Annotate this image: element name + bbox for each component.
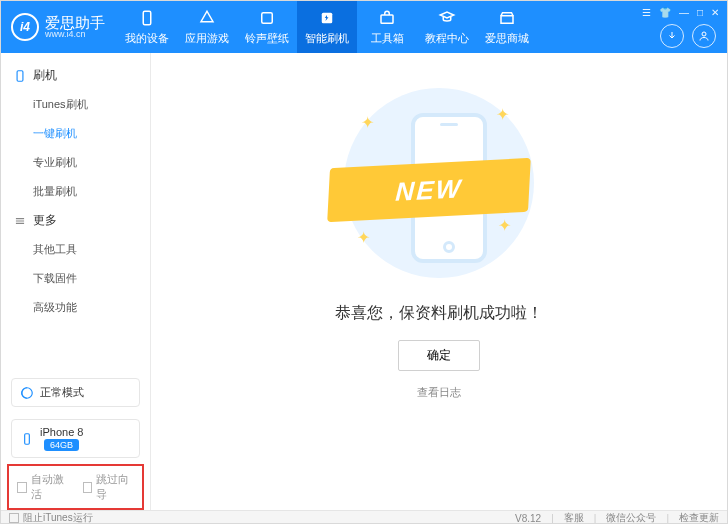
- checkbox-icon: [9, 513, 19, 523]
- checkbox-label: 跳过向导: [96, 472, 134, 502]
- close-icon[interactable]: ✕: [711, 7, 719, 18]
- tab-label: 铃声壁纸: [245, 31, 289, 46]
- checkbox-block-itunes[interactable]: 阻止iTunes运行: [9, 511, 93, 524]
- checkbox-label: 阻止iTunes运行: [23, 511, 93, 524]
- app-name: 爱思助手: [45, 15, 105, 30]
- success-illustration: ✦ ✦ ✦ ✦ NEW: [339, 83, 539, 283]
- checkbox-skip-guide[interactable]: 跳过向导: [83, 472, 135, 502]
- tab-label: 教程中心: [425, 31, 469, 46]
- sparkle-icon: ✦: [498, 216, 511, 235]
- version-label: V8.12: [515, 513, 541, 524]
- tab-label: 爱思商城: [485, 31, 529, 46]
- sidebar-item-download-firmware[interactable]: 下载固件: [33, 264, 150, 293]
- device-name: iPhone 8: [40, 426, 83, 438]
- title-bar: i4 爱思助手 www.i4.cn 我的设备 应用游戏 铃声壁纸 智能刷机 工具…: [1, 1, 727, 53]
- tab-my-device[interactable]: 我的设备: [117, 1, 177, 53]
- device-storage-badge: 64GB: [44, 439, 79, 451]
- sparkle-icon: ✦: [361, 113, 374, 132]
- confirm-button[interactable]: 确定: [398, 340, 480, 371]
- main-content: ✦ ✦ ✦ ✦ NEW 恭喜您，保资料刷机成功啦！ 确定 查看日志: [151, 53, 727, 510]
- tab-ringtones-wallpapers[interactable]: 铃声壁纸: [237, 1, 297, 53]
- tab-label: 智能刷机: [305, 31, 349, 46]
- tab-apps-games[interactable]: 应用游戏: [177, 1, 237, 53]
- checkbox-icon: [17, 482, 27, 493]
- svg-rect-3: [381, 15, 393, 23]
- tab-toolbox[interactable]: 工具箱: [357, 1, 417, 53]
- new-ribbon: NEW: [327, 158, 531, 222]
- skin-icon[interactable]: 👕: [659, 7, 671, 18]
- svg-rect-0: [143, 11, 151, 25]
- svg-rect-5: [17, 70, 23, 81]
- tab-tutorial-center[interactable]: 教程中心: [417, 1, 477, 53]
- check-update-link[interactable]: 检查更新: [679, 511, 719, 524]
- section-title: 刷机: [33, 67, 57, 84]
- sidebar: 刷机 iTunes刷机 一键刷机 专业刷机 批量刷机 更多 其他工具 下载固件 …: [1, 53, 151, 510]
- sidebar-item-other-tools[interactable]: 其他工具: [33, 235, 150, 264]
- tab-store[interactable]: 爱思商城: [477, 1, 537, 53]
- logo-badge: i4: [11, 13, 39, 41]
- tab-smart-flash[interactable]: 智能刷机: [297, 1, 357, 53]
- tab-label: 我的设备: [125, 31, 169, 46]
- svg-rect-1: [262, 12, 273, 23]
- download-button[interactable]: [660, 24, 684, 48]
- success-headline: 恭喜您，保资料刷机成功啦！: [335, 303, 543, 324]
- settings-icon[interactable]: ☰: [642, 7, 651, 18]
- sparkle-icon: ✦: [496, 105, 509, 124]
- sidebar-item-batch-flash[interactable]: 批量刷机: [33, 177, 150, 206]
- tab-label: 工具箱: [371, 31, 404, 46]
- maximize-icon[interactable]: □: [697, 7, 703, 18]
- minimize-icon[interactable]: —: [679, 7, 689, 18]
- sidebar-section-more[interactable]: 更多: [1, 206, 150, 235]
- account-button[interactable]: [692, 24, 716, 48]
- tab-label: 应用游戏: [185, 31, 229, 46]
- device-status[interactable]: iPhone 8 64GB: [11, 419, 140, 458]
- sidebar-item-advanced[interactable]: 高级功能: [33, 293, 150, 322]
- svg-point-4: [702, 32, 706, 36]
- nav-tabs: 我的设备 应用游戏 铃声壁纸 智能刷机 工具箱 教程中心 爱思商城: [117, 1, 642, 53]
- checkbox-label: 自动激活: [31, 472, 69, 502]
- svg-rect-7: [25, 433, 30, 444]
- sidebar-item-itunes-flash[interactable]: iTunes刷机: [33, 90, 150, 119]
- view-log-link[interactable]: 查看日志: [417, 385, 461, 400]
- app-logo: i4 爱思助手 www.i4.cn: [1, 13, 117, 41]
- checkbox-icon: [83, 482, 93, 493]
- sparkle-icon: ✦: [357, 228, 370, 247]
- status-bar: 阻止iTunes运行 V8.12 | 客服 | 微信公众号 | 检查更新: [1, 510, 727, 524]
- checkbox-auto-activate[interactable]: 自动激活: [17, 472, 69, 502]
- sidebar-item-pro-flash[interactable]: 专业刷机: [33, 148, 150, 177]
- sidebar-item-oneclick-flash[interactable]: 一键刷机: [33, 119, 150, 148]
- options-highlight-box: 自动激活 跳过向导: [7, 464, 144, 510]
- app-url: www.i4.cn: [45, 30, 105, 39]
- support-link[interactable]: 客服: [564, 511, 584, 524]
- mode-label: 正常模式: [40, 385, 84, 400]
- section-title: 更多: [33, 212, 57, 229]
- sidebar-section-flash[interactable]: 刷机: [1, 61, 150, 90]
- mode-status[interactable]: 正常模式: [11, 378, 140, 407]
- wechat-link[interactable]: 微信公众号: [606, 511, 656, 524]
